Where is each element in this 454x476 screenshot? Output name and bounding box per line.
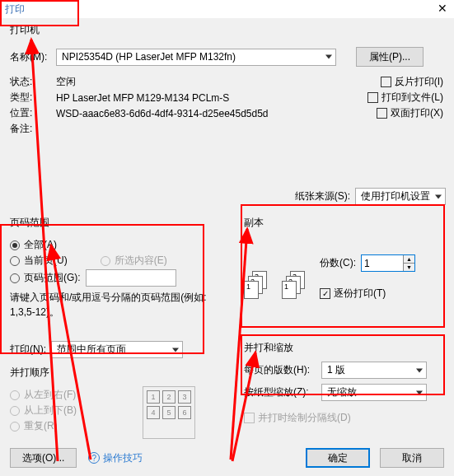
cancel-button[interactable]: 取消 <box>380 448 444 468</box>
order-repeat-label: 重复(R) <box>24 419 58 433</box>
range-all-label: 全部(A) <box>24 238 57 252</box>
comment-label: 备注: <box>10 122 56 136</box>
chevron-down-icon <box>435 194 442 198</box>
zoom-legend: 并打和缩放 <box>244 341 440 355</box>
order-repeat-radio: 重复(R) <box>10 419 58 433</box>
paper-source-value: 使用打印机设置 <box>361 189 430 203</box>
collate-icon: 321 <box>244 271 269 301</box>
range-current-radio[interactable]: 当前页(U) <box>10 254 68 268</box>
chevron-down-icon <box>325 55 332 59</box>
range-current-label: 当前页(U) <box>24 254 68 268</box>
range-pages-radio[interactable]: 页码范围(G): <box>10 271 81 285</box>
to-file-label: 打印到文件(L) <box>381 91 443 105</box>
window-title: 打印 <box>5 2 25 16</box>
paper-source-label: 纸张来源(S): <box>295 189 350 203</box>
paper-source-select[interactable]: 使用打印机设置 <box>355 188 446 205</box>
duplex-checkbox[interactable]: 双面打印(X) <box>377 106 443 120</box>
status-label: 状态: <box>10 75 56 89</box>
flip-checkbox[interactable]: 反片打印(I) <box>381 75 443 89</box>
type-label: 类型: <box>10 91 56 105</box>
copies-count-label: 份数(C): <box>320 256 356 270</box>
draw-lines-label: 并打时绘制分隔线(D) <box>258 411 351 425</box>
chevron-down-icon <box>416 390 423 394</box>
range-selection-label: 所选内容(E) <box>115 254 167 268</box>
order-lr-label: 从左到右(F) <box>24 388 76 402</box>
duplex-label: 双面打印(X) <box>391 106 443 120</box>
chevron-down-icon <box>416 368 423 372</box>
flip-label: 反片打印(I) <box>395 75 443 89</box>
per-sheet-label: 每页的版数(H): <box>244 363 316 377</box>
printer-name-select[interactable]: NPI25354D (HP LaserJet MFP M132fn) <box>56 49 336 66</box>
order-legend: 并打顺序 <box>10 366 224 380</box>
per-sheet-value: 1 版 <box>327 363 345 377</box>
printer-name-value: NPI25354D (HP LaserJet MFP M132fn) <box>62 51 236 63</box>
help-icon: ? <box>88 452 100 464</box>
copies-legend: 副本 <box>244 216 440 230</box>
scale-value: 无缩放 <box>327 385 357 399</box>
per-sheet-select[interactable]: 1 版 <box>321 362 427 379</box>
type-value: HP LaserJet MFP M129-M134 PCLm-S <box>56 92 229 104</box>
order-lr-radio: 从左到右(F) <box>10 388 76 402</box>
range-pages-input[interactable] <box>86 269 176 287</box>
order-tb-radio: 从上到下(B) <box>10 404 77 418</box>
where-value: WSD-aaac6e83-6d6d-4df4-9314-d25ee45d5d5d <box>56 108 269 119</box>
scale-select[interactable]: 无缩放 <box>321 384 427 401</box>
range-legend: 页码范围 <box>10 216 216 230</box>
ok-button[interactable]: 确定 <box>306 448 370 468</box>
close-icon[interactable]: ✕ <box>438 2 447 15</box>
range-pages-label: 页码范围(G): <box>24 271 81 285</box>
options-button[interactable]: 选项(O)... <box>10 448 77 468</box>
status-value: 空闲 <box>56 75 76 89</box>
order-preview-icon: 123456 <box>143 386 195 439</box>
draw-lines-checkbox: 并打时绘制分隔线(D) <box>244 411 351 425</box>
order-tb-label: 从上到下(B) <box>24 404 77 418</box>
chevron-down-icon <box>172 348 179 352</box>
tips-link[interactable]: 操作技巧 <box>103 451 143 465</box>
range-all-radio[interactable]: 全部(A) <box>10 238 57 252</box>
properties-button[interactable]: 属性(P)... <box>356 47 424 67</box>
to-file-checkbox[interactable]: 打印到文件(L) <box>367 91 443 105</box>
range-hint: 请键入页码和/或用逗号分隔的页码范围(例如: 1,3,5-12)。 <box>10 290 216 320</box>
name-label: 名称(M): <box>10 50 56 64</box>
print-what-value: 范围中所有页面 <box>57 343 126 357</box>
print-what-select[interactable]: 范围中所有页面 <box>51 341 183 358</box>
copies-count-input[interactable]: ▲▼ <box>361 254 415 272</box>
scale-label: 按纸型缩放(Z): <box>244 385 316 399</box>
collate-icon: 321 <box>282 271 307 301</box>
print-what-label: 打印(N): <box>10 343 46 357</box>
collate-label: 逐份打印(T) <box>334 287 386 301</box>
collate-checkbox[interactable]: ✓逐份打印(T) <box>320 287 415 301</box>
range-selection-radio: 所选内容(E) <box>101 254 167 268</box>
where-label: 位置: <box>10 106 56 120</box>
printer-legend: 打印机 <box>10 23 443 37</box>
